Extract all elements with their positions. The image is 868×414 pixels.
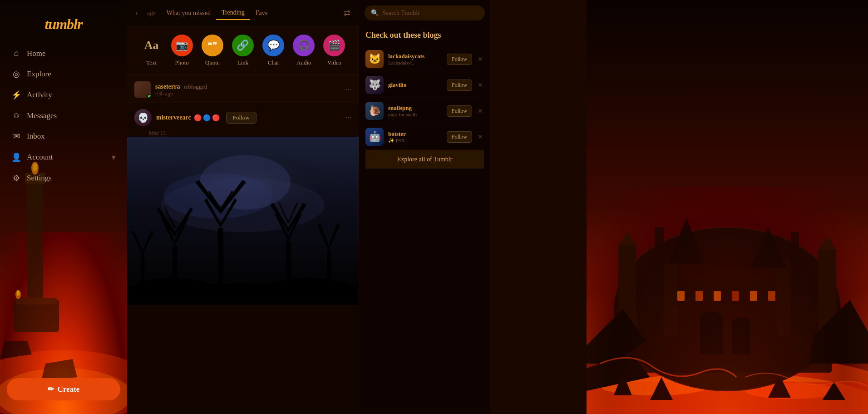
logo: tumblr	[0, 9, 127, 44]
explore-all-button[interactable]: Explore all of Tumblr	[365, 150, 484, 169]
avatar: 🐌	[365, 102, 384, 120]
quote-label: Quote	[205, 59, 220, 66]
sidebar-item-settings[interactable]: ⚙ Settings	[5, 169, 123, 188]
svg-rect-56	[695, 291, 703, 301]
post-tool-video[interactable]: 🎬 Video	[323, 35, 345, 66]
tab-favs[interactable]: Favs	[250, 7, 273, 20]
follow-button[interactable]: Follow	[447, 54, 472, 65]
blog-name[interactable]: botster	[388, 130, 442, 138]
video-icon: 🎬	[323, 35, 345, 56]
svg-rect-57	[714, 291, 721, 301]
svg-rect-59	[750, 291, 757, 301]
svg-rect-58	[732, 291, 739, 301]
post-item: saseterra reblogged ≈3h ago ···	[127, 75, 359, 103]
online-indicator	[147, 94, 151, 98]
link-label: Link	[237, 59, 249, 66]
blog-item: 🐱 lackadaisycats Lackadaisy... Follow ✕	[365, 46, 484, 72]
dismiss-button[interactable]: ✕	[477, 133, 484, 141]
photo-icon: 📷	[171, 35, 193, 56]
dismiss-button[interactable]: ✕	[477, 107, 484, 115]
post2-username[interactable]: misterveearc	[156, 114, 191, 121]
sidebar-item-messages[interactable]: ☺ Messages	[5, 106, 123, 125]
follow-button[interactable]: Follow	[447, 131, 472, 143]
inbox-icon: ✉	[11, 131, 21, 141]
create-button[interactable]: ✏ Create	[7, 378, 120, 400]
sidebar-item-activity-label: Activity	[27, 90, 52, 100]
post-username[interactable]: saseterra	[155, 83, 180, 90]
post-tool-text[interactable]: Aa Text	[141, 35, 163, 66]
post-item-2: 💀 misterveearc 🔴 🔵 🔴 Follow	[127, 103, 359, 305]
follow-button[interactable]: Follow	[447, 105, 472, 117]
tab-trending[interactable]: Trending	[216, 6, 250, 20]
svg-rect-60	[768, 291, 775, 301]
svg-rect-48	[623, 282, 832, 373]
sidebar-item-inbox-label: Inbox	[27, 132, 45, 141]
search-input[interactable]	[382, 10, 478, 17]
dismiss-button[interactable]: ✕	[477, 55, 484, 63]
nav-back-arrow[interactable]: ‹	[132, 8, 142, 18]
audio-icon: 🎧	[293, 35, 315, 56]
svg-rect-73	[791, 232, 799, 327]
badge-2: 🔵	[203, 114, 211, 122]
blog-name[interactable]: lackadaisycats	[388, 53, 442, 60]
audio-label: Audio	[296, 59, 311, 66]
explore-icon: ◎	[11, 69, 21, 79]
blog-item: 🐌 snailspng pngs for snails Follow ✕	[365, 98, 484, 124]
svg-rect-55	[677, 291, 685, 301]
svg-rect-72	[655, 227, 664, 327]
text-label: Text	[146, 59, 157, 66]
follow-button[interactable]: Follow	[447, 80, 472, 91]
sidebar-item-inbox[interactable]: ✉ Inbox	[5, 127, 123, 146]
sidebar-item-activity[interactable]: ⚡ Activity	[5, 85, 123, 105]
nav-list: ⌂ Home ◎ Explore ⚡ Activity ☺ Messages ✉…	[0, 44, 127, 369]
blog-name[interactable]: snailspng	[388, 105, 442, 112]
post-tool-chat[interactable]: 💬 Chat	[262, 35, 284, 66]
top-navigation: ‹ ags What you missed Trending Favs ⇄	[127, 0, 359, 26]
sidebar-item-explore-label: Explore	[27, 70, 51, 79]
blog-item: 🐺 glavilio Follow ✕	[365, 72, 484, 98]
svg-rect-54	[777, 259, 791, 336]
post2-user-row: 💀 misterveearc 🔴 🔵 🔴 Follow	[134, 109, 256, 126]
sidebar-item-settings-label: Settings	[27, 174, 52, 183]
avatar: 🤖	[365, 128, 384, 146]
post-tool-link[interactable]: 🔗 Link	[232, 35, 254, 66]
post2-badges: 🔴 🔵 🔴	[194, 114, 220, 122]
account-left: 👤 Account	[11, 152, 53, 162]
post-illustration	[127, 137, 359, 305]
right-sidebar: 🔍 Check out these blogs 🐱 lackadaisycats…	[359, 0, 490, 414]
tab-tags-partial[interactable]: ags	[142, 7, 161, 20]
create-pen-icon: ✏	[48, 384, 54, 394]
follow-button[interactable]: Follow	[226, 112, 256, 124]
blog-desc: pngs for snails	[388, 112, 442, 117]
activity-icon: ⚡	[11, 90, 21, 100]
photo-label: Photo	[175, 59, 189, 66]
post-tool-photo[interactable]: 📷 Photo	[171, 35, 193, 66]
blog-info: botster ✨ PSX...	[388, 130, 442, 144]
tab-what-you-missed[interactable]: What you missed	[161, 7, 216, 20]
post-header: saseterra reblogged ≈3h ago ···	[127, 75, 359, 102]
blog-name[interactable]: glavilio	[388, 81, 442, 89]
video-label: Video	[327, 59, 341, 66]
post-more-button[interactable]: ···	[345, 85, 352, 95]
post-toolbar: Aa Text 📷 Photo ❝❞ Quote 🔗 Link 💬 Chat 🎧…	[127, 26, 359, 75]
svg-rect-53	[664, 264, 677, 336]
post-action: reblogged	[183, 83, 207, 90]
avatar: 💀	[134, 109, 152, 126]
sidebar-item-home[interactable]: ⌂ Home	[5, 44, 123, 63]
feed-settings-icon[interactable]: ⇄	[340, 8, 354, 18]
sidebar-item-explore[interactable]: ◎ Explore	[5, 65, 123, 84]
post-tool-quote[interactable]: ❝❞ Quote	[202, 35, 223, 66]
badge-1: 🔴	[194, 114, 202, 122]
blog-info: lackadaisycats Lackadaisy...	[388, 53, 442, 65]
post-tool-audio[interactable]: 🎧 Audio	[293, 35, 315, 66]
link-icon: 🔗	[232, 35, 254, 56]
messages-icon: ☺	[11, 111, 21, 120]
blog-item: 🤖 botster ✨ PSX... Follow ✕	[365, 124, 484, 150]
post2-more-button[interactable]: ···	[345, 113, 352, 123]
post-image	[127, 137, 359, 305]
dismiss-button[interactable]: ✕	[477, 81, 484, 89]
background-right	[587, 0, 868, 414]
post-user-info: saseterra reblogged ≈3h ago	[134, 81, 207, 98]
sidebar-item-account[interactable]: 👤 Account ▾	[5, 148, 123, 167]
svg-point-64	[732, 317, 750, 328]
